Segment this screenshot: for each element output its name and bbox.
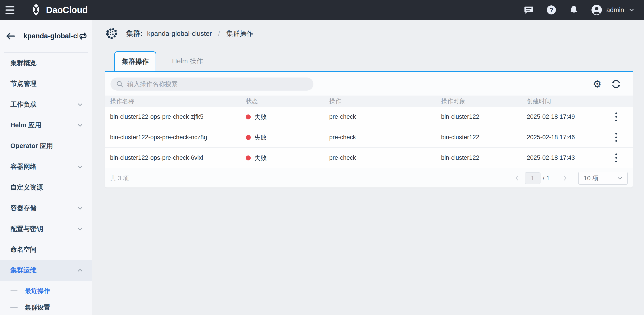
operation-type: pre-check	[329, 113, 441, 120]
next-page-chevron-icon[interactable]	[560, 174, 570, 183]
switch-cluster-icon[interactable]	[78, 31, 88, 41]
topbar: DaoCloud ?	[0, 0, 644, 20]
status-failed-dot-icon	[246, 135, 251, 140]
status-failed-dot-icon	[246, 114, 251, 119]
table-row: bin-cluster122-ops-pre-check-ncz8g 失败 pr…	[105, 127, 633, 148]
user-menu[interactable]: admin	[591, 4, 635, 15]
operation-type: pre-check	[329, 134, 441, 141]
pagination: / 1 10 项	[512, 172, 628, 185]
chevron-down-icon	[76, 163, 84, 170]
created-time: 2025-02-18 17:46	[527, 134, 609, 141]
sidebar-item-namespaces[interactable]: 命名空间	[0, 239, 92, 260]
chevron-down-icon	[76, 225, 84, 233]
column-header-target: 操作对象	[441, 97, 527, 105]
sidebar-item-container-network[interactable]: 容器网络	[0, 156, 92, 177]
notification-bell-icon[interactable]	[568, 4, 579, 15]
sidebar-item-cluster-overview[interactable]: 集群概览	[0, 53, 92, 73]
cluster-dots-icon	[105, 27, 118, 40]
chevron-up-icon	[76, 267, 84, 274]
sidebar-subitem-recent-operations[interactable]: 最近操作	[0, 283, 92, 299]
select-chevron-down-icon	[616, 175, 623, 182]
dash-icon	[10, 291, 18, 291]
help-icon[interactable]: ?	[546, 4, 557, 15]
created-time: 2025-02-18 17:49	[527, 113, 609, 120]
operation-target: bin-cluster122	[441, 134, 527, 141]
sidebar-item-cluster-ops[interactable]: 集群运维	[0, 260, 92, 281]
menu-toggle-icon[interactable]	[0, 0, 20, 20]
status-badge: 失败	[254, 113, 266, 121]
chevron-down-icon	[76, 122, 84, 129]
sidebar-item-helm-apps[interactable]: Helm 应用	[0, 115, 92, 136]
toolbar: ⚙	[105, 72, 633, 95]
search-box[interactable]	[110, 77, 314, 91]
page-total: / 1	[543, 175, 550, 182]
breadcrumb: 集群: kpanda-global-cluster / 集群操作	[105, 27, 254, 40]
breadcrumb-current: 集群操作	[226, 29, 254, 38]
status-failed-dot-icon	[246, 155, 251, 160]
breadcrumb-prefix: 集群:	[126, 29, 142, 38]
column-header-name: 操作名称	[110, 97, 246, 105]
dash-icon	[10, 307, 18, 308]
username: admin	[606, 6, 624, 14]
breadcrumb-cluster[interactable]: kpanda-global-cluster	[147, 30, 212, 37]
status-cell: 失败	[246, 154, 329, 162]
refresh-icon[interactable]	[611, 79, 621, 89]
row-actions-kebab-icon[interactable]	[614, 111, 619, 123]
tab-helm-operations[interactable]: Helm 操作	[156, 51, 219, 71]
page-size-value: 10 项	[584, 174, 599, 183]
created-time: 2025-02-18 17:43	[527, 154, 609, 161]
chevron-down-icon	[76, 101, 84, 108]
row-actions-kebab-icon[interactable]	[614, 152, 619, 164]
total-count: 共 3 项	[110, 174, 129, 182]
tab-cluster-operations[interactable]: 集群操作	[114, 51, 156, 71]
page-size-select[interactable]: 10 项	[578, 172, 628, 185]
back-arrow-icon[interactable]	[5, 32, 15, 40]
table-header: 操作名称 状态 操作 操作对象 创建时间	[105, 95, 633, 107]
svg-text:?: ?	[550, 7, 553, 13]
operation-target: bin-cluster122	[441, 154, 527, 161]
operations-panel: ⚙ 操作名称 状态 操作 操作对象 创建时间 bin-cluster122-op…	[105, 72, 633, 187]
sidebar-item-config-secrets[interactable]: 配置与密钥	[0, 219, 92, 239]
breadcrumb-separator: /	[218, 30, 220, 37]
sidebar-item-workloads[interactable]: 工作负载	[0, 94, 92, 115]
table-row: bin-cluster122-ops-pre-check-6vlxl 失败 pr…	[105, 148, 633, 168]
cluster-name: kpanda-global-cl...	[24, 32, 78, 40]
status-badge: 失败	[254, 154, 266, 162]
tab-bar: 集群操作 Helm 操作	[105, 52, 633, 72]
row-actions-kebab-icon[interactable]	[614, 131, 619, 144]
brand-name: DaoCloud	[46, 5, 88, 15]
brand: DaoCloud	[30, 3, 88, 16]
operation-name: bin-cluster122-ops-pre-check-6vlxl	[110, 154, 246, 161]
sidebar-item-node-management[interactable]: 节点管理	[0, 73, 92, 94]
operation-type: pre-check	[329, 154, 441, 161]
chevron-down-icon	[76, 205, 84, 212]
column-header-created: 创建时间	[527, 97, 609, 105]
table-footer: 共 3 项 / 1 10 项	[105, 168, 633, 188]
settings-gear-icon[interactable]: ⚙	[593, 79, 602, 89]
status-badge: 失败	[254, 133, 266, 141]
main-content: 集群: kpanda-global-cluster / 集群操作 集群操作 He…	[92, 20, 644, 315]
operation-name: bin-cluster122-ops-pre-check-ncz8g	[110, 134, 246, 141]
status-cell: 失败	[246, 113, 329, 121]
column-header-status: 状态	[246, 97, 329, 105]
user-menu-chevron-down-icon	[628, 6, 635, 13]
search-input[interactable]	[127, 80, 308, 88]
page-number-input[interactable]	[525, 172, 540, 184]
sidebar-item-container-storage[interactable]: 容器存储	[0, 198, 92, 219]
operation-target: bin-cluster122	[441, 113, 527, 120]
status-cell: 失败	[246, 133, 329, 141]
prev-page-chevron-icon[interactable]	[512, 174, 522, 183]
sidebar-subitem-cluster-settings[interactable]: 集群设置	[0, 299, 92, 315]
search-icon	[116, 80, 124, 88]
operation-name: bin-cluster122-ops-pre-check-zjfk5	[110, 113, 246, 120]
table-row: bin-cluster122-ops-pre-check-zjfk5 失败 pr…	[105, 107, 633, 127]
sidebar-item-custom-resources[interactable]: 自定义资源	[0, 177, 92, 198]
message-icon[interactable]	[523, 4, 534, 15]
avatar	[591, 4, 602, 15]
sidebar-item-operator-apps[interactable]: Operator 应用	[0, 136, 92, 156]
column-header-action: 操作	[329, 97, 441, 105]
sidebar: kpanda-global-cl... 集群概览 节点管理 工作负载 Helm …	[0, 20, 92, 315]
daocloud-logo-icon	[30, 3, 42, 16]
